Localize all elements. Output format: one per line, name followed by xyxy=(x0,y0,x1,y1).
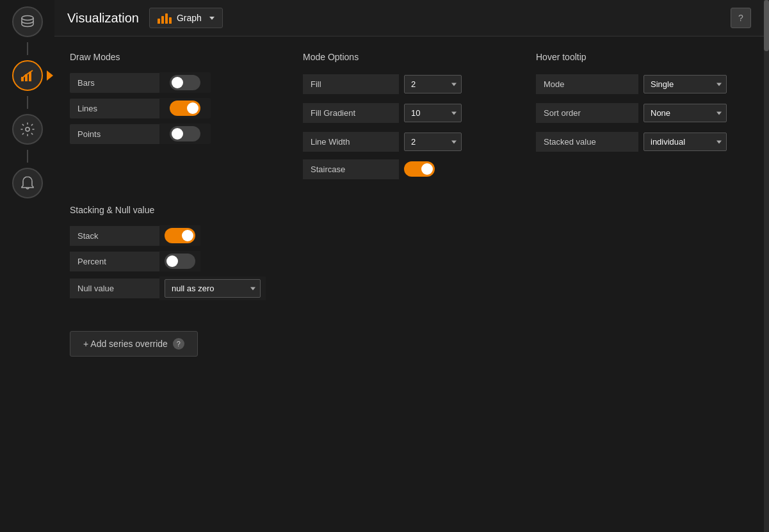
sidebar-item-alerts[interactable] xyxy=(12,168,43,198)
fill-gradient-select[interactable]: 10024 xyxy=(404,104,462,122)
tooltip-mode-select[interactable]: SingleAll seriesNone xyxy=(644,75,727,93)
svg-point-4 xyxy=(26,127,29,131)
points-label: Points xyxy=(70,124,159,144)
lines-toggle[interactable] xyxy=(170,101,200,116)
lines-toggle-knob xyxy=(187,102,198,114)
hover-tooltip-title: Hover tooltip xyxy=(536,52,749,62)
sort-order-select[interactable]: NoneIncreasingDecreasing xyxy=(644,104,727,122)
visualization-type-dropdown[interactable]: Graph xyxy=(149,8,223,28)
stack-toggle-knob xyxy=(182,230,193,241)
points-row: Points xyxy=(70,124,282,144)
line-width-label: Line Width xyxy=(303,132,399,152)
hover-tooltip-section: Hover tooltip Mode SingleAll seriesNone … xyxy=(536,52,749,184)
percent-control xyxy=(159,251,200,271)
line-width-select[interactable]: 21345 xyxy=(404,133,462,151)
fill-label: Fill xyxy=(303,74,399,94)
mode-options-section: Mode Options Fill 2013 Fill Gradient xyxy=(303,52,515,184)
graph-type-label: Graph xyxy=(177,13,202,23)
stacked-value-label: Stacked value xyxy=(536,132,638,152)
bars-row: Bars xyxy=(70,72,282,93)
fill-select-wrapper: 2013 xyxy=(404,75,462,93)
sidebar-item-visualization[interactable] xyxy=(12,60,43,91)
scrollbar-thumb[interactable] xyxy=(764,0,769,51)
percent-toggle-knob xyxy=(166,255,178,267)
sidebar-connector-3 xyxy=(27,150,28,163)
staircase-control xyxy=(399,159,440,179)
header: Visualization Graph ? xyxy=(54,0,764,36)
tooltip-mode-control: SingleAll seriesNone xyxy=(638,72,732,96)
bars-label: Bars xyxy=(70,73,159,93)
bars-toggle[interactable] xyxy=(170,75,200,90)
sidebar-item-settings[interactable] xyxy=(12,114,43,145)
sort-order-select-wrapper: NoneIncreasingDecreasing xyxy=(644,104,727,122)
staircase-toggle[interactable] xyxy=(404,161,435,177)
stacked-value-row: Stacked value individualcumulative xyxy=(536,130,749,154)
draw-modes-title: Draw Modes xyxy=(70,52,282,62)
line-width-select-wrapper: 21345 xyxy=(404,133,462,151)
sidebar-connector-1 xyxy=(27,42,28,55)
fill-gradient-control: 10024 xyxy=(399,101,467,125)
settings-grid: Draw Modes Bars Lines xyxy=(70,52,749,184)
null-value-select[interactable]: null as zeroconnectednull xyxy=(165,279,261,298)
null-value-select-wrapper: null as zeroconnectednull xyxy=(165,279,261,298)
staircase-toggle-knob xyxy=(421,163,433,175)
fill-gradient-row: Fill Gradient 10024 xyxy=(303,101,515,125)
content-area: Draw Modes Bars Lines xyxy=(54,36,764,532)
add-override-label: + Add series override xyxy=(83,339,168,349)
percent-label: Percent xyxy=(70,252,159,271)
line-width-row: Line Width 21345 xyxy=(303,130,515,154)
help-label: ? xyxy=(738,13,743,23)
null-value-control: null as zeroconnectednull xyxy=(159,277,266,300)
header-left: Visualization Graph xyxy=(67,8,223,28)
fill-gradient-label: Fill Gradient xyxy=(303,103,399,123)
help-button[interactable]: ? xyxy=(731,8,751,28)
draw-modes-section: Draw Modes Bars Lines xyxy=(70,52,282,184)
stack-label: Stack xyxy=(70,226,159,246)
stack-control xyxy=(159,225,200,246)
override-help-icon: ? xyxy=(173,338,184,350)
scrollbar[interactable] xyxy=(764,0,769,532)
percent-toggle[interactable] xyxy=(165,254,195,269)
fill-gradient-select-wrapper: 10024 xyxy=(404,104,462,122)
fill-row: Fill 2013 xyxy=(303,72,515,96)
graph-bar-icon xyxy=(158,12,172,24)
stacking-title: Stacking & Null value xyxy=(70,205,749,215)
sidebar-item-database[interactable] xyxy=(12,6,43,37)
main-panel: Visualization Graph ? Draw Modes xyxy=(54,0,764,532)
bars-control xyxy=(159,72,211,93)
stacked-value-select[interactable]: individualcumulative xyxy=(644,133,727,151)
page-title: Visualization xyxy=(67,11,139,26)
tooltip-mode-label: Mode xyxy=(536,74,638,94)
tooltip-mode-select-wrapper: SingleAll seriesNone xyxy=(644,75,727,93)
add-series-override-button[interactable]: + Add series override ? xyxy=(70,331,198,357)
percent-row: Percent xyxy=(70,251,313,271)
sort-order-label: Sort order xyxy=(536,103,638,123)
fill-control: 2013 xyxy=(399,72,467,96)
points-control xyxy=(159,124,211,144)
stacking-section: Stacking & Null value Stack Percent xyxy=(70,205,749,300)
stack-row: Stack xyxy=(70,225,313,246)
svg-point-0 xyxy=(22,16,33,20)
sidebar-connector-2 xyxy=(27,96,28,109)
points-toggle[interactable] xyxy=(170,126,200,141)
line-width-control: 21345 xyxy=(399,130,467,154)
fill-select[interactable]: 2013 xyxy=(404,75,462,93)
sort-order-control: NoneIncreasingDecreasing xyxy=(638,101,732,125)
mode-options-title: Mode Options xyxy=(303,52,515,62)
chevron-down-icon xyxy=(209,17,215,20)
staircase-label: Staircase xyxy=(303,159,399,179)
points-toggle-knob xyxy=(172,128,183,140)
stack-toggle[interactable] xyxy=(165,228,195,243)
stacked-value-select-wrapper: individualcumulative xyxy=(644,133,727,151)
stacked-value-control: individualcumulative xyxy=(638,130,732,154)
null-value-row: Null value null as zeroconnectednull xyxy=(70,277,313,300)
bars-toggle-knob xyxy=(172,77,183,88)
staircase-row: Staircase xyxy=(303,159,515,179)
lines-control xyxy=(159,98,211,118)
lines-label: Lines xyxy=(70,99,159,118)
null-value-label: Null value xyxy=(70,278,159,298)
mode-tooltip-row: Mode SingleAll seriesNone xyxy=(536,72,749,96)
sort-order-row: Sort order NoneIncreasingDecreasing xyxy=(536,101,749,125)
lines-row: Lines xyxy=(70,98,282,118)
sidebar xyxy=(0,0,54,532)
